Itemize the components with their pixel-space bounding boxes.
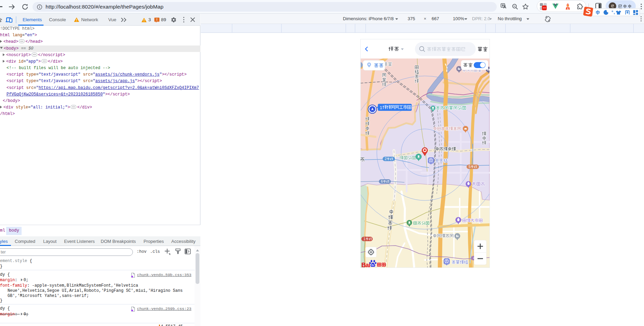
svg-text:6: 6 bbox=[381, 180, 383, 183]
svg-text:du: du bbox=[371, 263, 375, 266]
svg-text:1: 1 bbox=[363, 237, 366, 241]
svg-text:2: 2 bbox=[385, 157, 387, 161]
svg-text:5: 5 bbox=[469, 165, 471, 169]
svg-text:1: 1 bbox=[380, 105, 382, 110]
svg-text:Bai: Bai bbox=[361, 262, 370, 268]
